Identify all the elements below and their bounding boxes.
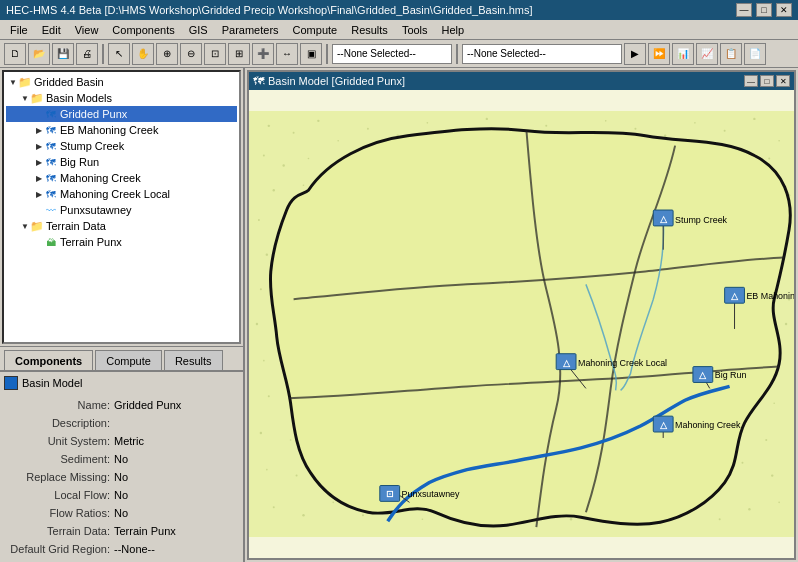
tree-item-punxsutawney[interactable]: 〰 Punxsutawney xyxy=(6,202,237,218)
toolbar-connect[interactable]: ↔ xyxy=(276,43,298,65)
svg-text:△: △ xyxy=(562,358,571,368)
basin-win-close[interactable]: ✕ xyxy=(776,75,790,87)
properties-header: Basin Model xyxy=(4,376,239,390)
tree-item-terrain-punx[interactable]: 🏔 Terrain Punx xyxy=(6,234,237,250)
folder-icon-basin-models: 📁 xyxy=(30,91,44,105)
toolbar-results[interactable]: 📊 xyxy=(672,43,694,65)
svg-point-44 xyxy=(303,184,305,186)
toolbar-zoom-full[interactable]: ⊞ xyxy=(228,43,250,65)
menu-components[interactable]: Components xyxy=(106,22,180,38)
toolbar-zoom-in[interactable]: ⊕ xyxy=(156,43,178,65)
basin-window-titlebar: 🗺 Basin Model [Gridded Punx] — □ ✕ xyxy=(249,72,794,90)
menu-parameters[interactable]: Parameters xyxy=(216,22,285,38)
minimize-button[interactable]: — xyxy=(736,3,752,17)
toolbar-print[interactable]: 🖨 xyxy=(76,43,98,65)
toolbar-run2[interactable]: ⏩ xyxy=(648,43,670,65)
menu-file[interactable]: File xyxy=(4,22,34,38)
close-button[interactable]: ✕ xyxy=(776,3,792,17)
tree-item-stump-creek[interactable]: ▶ 🗺 Stump Creek xyxy=(6,138,237,154)
tree-item-eb-mahoning[interactable]: ▶ 🗺 EB Mahoning Creek xyxy=(6,122,237,138)
svg-point-177 xyxy=(260,432,262,434)
svg-point-212 xyxy=(771,474,773,476)
tree-item-mahoning-creek[interactable]: ▶ 🗺 Mahoning Creek xyxy=(6,170,237,186)
svg-point-26 xyxy=(308,158,310,160)
menu-view[interactable]: View xyxy=(69,22,105,38)
properties-title: Basin Model xyxy=(22,377,83,389)
tree-item-root[interactable]: ▼ 📁 Gridded Basin xyxy=(6,74,237,90)
toolbar-open[interactable]: 📂 xyxy=(28,43,50,65)
toolbar-graph[interactable]: 📈 xyxy=(696,43,718,65)
expand-mahoning-local: ▶ xyxy=(34,189,44,199)
toolbar-table[interactable]: 📋 xyxy=(720,43,742,65)
prop-value-local-flow: No xyxy=(114,489,128,501)
prop-row-flow-ratios: Flow Ratios: No xyxy=(4,504,239,522)
menu-tools[interactable]: Tools xyxy=(396,22,434,38)
basin-window-icon: 🗺 xyxy=(253,75,264,87)
toolbar-summary[interactable]: 📄 xyxy=(744,43,766,65)
tree-item-terrain-data[interactable]: ▼ 📁 Terrain Data xyxy=(6,218,237,234)
toolbar-save[interactable]: 💾 xyxy=(52,43,74,65)
toolbar-run[interactable]: ▶ xyxy=(624,43,646,65)
tree-item-basin-models[interactable]: ▼ 📁 Basin Models xyxy=(6,90,237,106)
menu-help[interactable]: Help xyxy=(436,22,471,38)
svg-point-229 xyxy=(748,508,750,510)
prop-label-terrain-data: Terrain Data: xyxy=(4,525,114,537)
prop-label-replace-missing: Replace Missing: xyxy=(4,471,114,483)
svg-point-215 xyxy=(332,502,334,504)
tab-components[interactable]: Components xyxy=(4,350,93,370)
toolbar-new[interactable]: 🗋 xyxy=(4,43,26,65)
tree-label-root: Gridded Basin xyxy=(34,76,104,88)
svg-point-17 xyxy=(605,120,607,122)
svg-point-24 xyxy=(263,155,265,157)
title-bar-controls: — □ ✕ xyxy=(736,3,792,17)
svg-point-176 xyxy=(773,402,775,404)
tab-compute[interactable]: Compute xyxy=(95,350,162,370)
dropdown-none-selected-2[interactable]: --None Selected-- xyxy=(462,44,622,64)
prop-value-unit-system: Metric xyxy=(114,435,144,447)
svg-point-213 xyxy=(273,506,275,508)
toolbar-add[interactable]: ➕ xyxy=(252,43,274,65)
toolbar-zoom-out[interactable]: ⊖ xyxy=(180,43,202,65)
menu-gis[interactable]: GIS xyxy=(183,22,214,38)
menu-edit[interactable]: Edit xyxy=(36,22,67,38)
expand-big-run: ▶ xyxy=(34,157,44,167)
expand-root: ▼ xyxy=(8,77,18,87)
menu-compute[interactable]: Compute xyxy=(287,22,344,38)
svg-point-102 xyxy=(260,288,262,290)
expand-terrain-punx xyxy=(34,237,44,247)
maximize-button[interactable]: □ xyxy=(756,3,772,17)
basin-win-minimize[interactable]: — xyxy=(744,75,758,87)
toolbar-hand[interactable]: ✋ xyxy=(132,43,154,65)
tree-item-big-run[interactable]: ▶ 🗺 Big Run xyxy=(6,154,237,170)
basin-icon-mahoning-local: 🗺 xyxy=(44,187,58,201)
tree-label-punxsutawney: Punxsutawney xyxy=(60,204,132,216)
svg-point-7 xyxy=(317,120,319,122)
svg-text:Mahoning Creek Local: Mahoning Creek Local xyxy=(578,358,667,368)
svg-point-218 xyxy=(422,518,424,520)
basin-window-controls: — □ ✕ xyxy=(744,75,790,87)
prop-value-name: Gridded Punx xyxy=(114,399,181,411)
basin-win-maximize[interactable]: □ xyxy=(760,75,774,87)
tree-section[interactable]: ▼ 📁 Gridded Basin ▼ 📁 Basin Models 🗺 Gri… xyxy=(2,70,241,344)
prop-row-unit-system: Unit System: Metric xyxy=(4,432,239,450)
toolbar-zoom-fit[interactable]: ⊡ xyxy=(204,43,226,65)
watershed-boundary xyxy=(270,129,790,526)
toolbar-select[interactable]: ▣ xyxy=(300,43,322,65)
tab-results[interactable]: Results xyxy=(164,350,223,370)
svg-point-194 xyxy=(765,439,767,441)
svg-text:Mahoning Creek: Mahoning Creek xyxy=(675,420,741,430)
expand-terrain-data: ▼ xyxy=(20,221,30,231)
toolbar-arrow[interactable]: ↖ xyxy=(108,43,130,65)
tree-item-gridded-punx[interactable]: 🗺 Gridded Punx xyxy=(6,106,237,122)
svg-point-62 xyxy=(258,219,260,221)
svg-point-43 xyxy=(273,189,275,191)
toolbar: 🗋 📂 💾 🖨 ↖ ✋ ⊕ ⊖ ⊡ ⊞ ➕ ↔ ▣ --None Selecte… xyxy=(0,40,798,68)
menu-results[interactable]: Results xyxy=(345,22,394,38)
basin-canvas[interactable]: △ Stump Creek △ EB Mahoning Creek △ Maho… xyxy=(249,90,794,558)
dropdown-none-selected-1[interactable]: --None Selected-- xyxy=(332,44,452,64)
svg-point-216 xyxy=(362,514,364,516)
svg-point-178 xyxy=(290,439,292,441)
tree-label-terrain-data: Terrain Data xyxy=(46,220,106,232)
folder-icon-root: 📁 xyxy=(18,75,32,89)
tree-item-mahoning-local[interactable]: ▶ 🗺 Mahoning Creek Local xyxy=(6,186,237,202)
